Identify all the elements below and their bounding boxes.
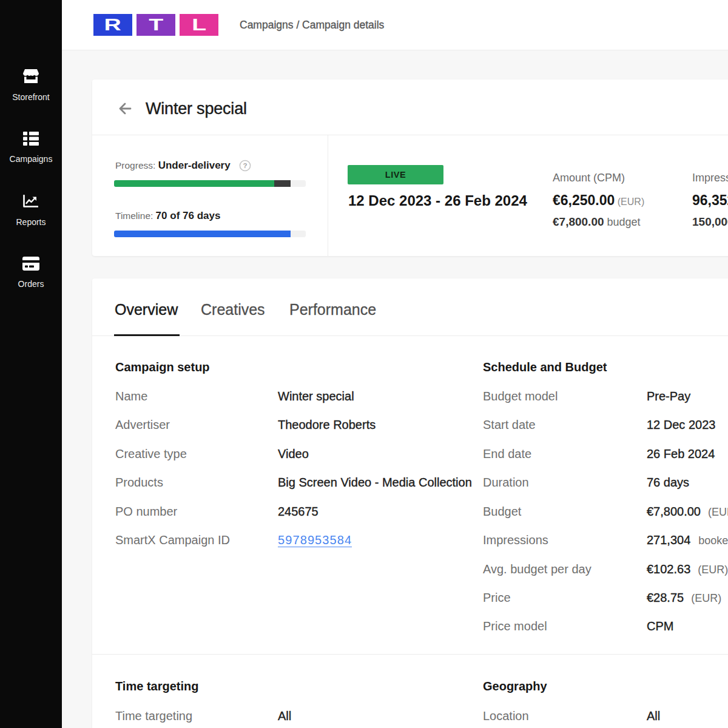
svg-text:?: ? xyxy=(243,162,247,169)
